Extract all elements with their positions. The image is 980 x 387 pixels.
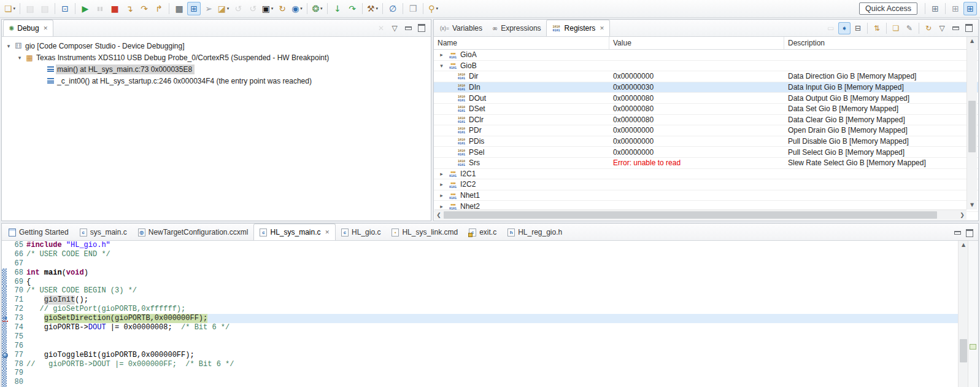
- tree-expander-icon[interactable]: ▸: [438, 203, 446, 209]
- column-header-name[interactable]: Name: [434, 37, 609, 49]
- load-program-button[interactable]: ◪▾: [217, 2, 230, 15]
- open-perspective-button[interactable]: ⊞: [928, 2, 942, 15]
- target-pointer-button[interactable]: ➢: [202, 2, 215, 15]
- view-disassembly-button[interactable]: ▦: [172, 2, 186, 15]
- code-line-70[interactable]: 70/* USER CODE BEGIN (3) */: [2, 286, 978, 295]
- code-line-73[interactable]: 73 gioSetDirection(gioPORTB,0x000000FF);…: [2, 314, 978, 323]
- tree-expander-icon[interactable]: ▾: [15, 55, 24, 61]
- minimize-button[interactable]: [949, 22, 962, 34]
- show-view-button[interactable]: ❒: [406, 2, 420, 15]
- build-button[interactable]: ⚒▾: [366, 2, 379, 15]
- step-into-button[interactable]: ↴: [123, 2, 136, 15]
- code-line-67[interactable]: 67: [2, 259, 978, 268]
- tab-registers[interactable]: 10100101Registers✕: [546, 20, 610, 36]
- new-register-group-button[interactable]: ❏: [890, 22, 902, 34]
- register-row[interactable]: 10100101PSel0x00000000Pull Select Gio B …: [434, 147, 978, 158]
- editor-tab-sys-main-c[interactable]: csys_main.c: [74, 224, 133, 240]
- close-icon[interactable]: ✕: [325, 229, 330, 235]
- connect-target-button[interactable]: ⊞: [187, 2, 201, 15]
- debug-tree-row[interactable]: _c_int00() at HL_sys_startup.c:246 0x000…: [2, 75, 431, 87]
- scrollbar-thumb[interactable]: [968, 101, 976, 152]
- editor-overview-ruler[interactable]: [968, 241, 978, 387]
- registers-vertical-scrollbar[interactable]: ▲ ▼: [966, 37, 977, 209]
- debug-launch-button[interactable]: ⊡: [58, 2, 72, 15]
- dropdown-arrow-icon[interactable]: ▾: [376, 7, 379, 11]
- code-line-76[interactable]: 76: [2, 342, 978, 351]
- refresh-button[interactable]: ↻: [922, 22, 935, 34]
- ccs-edit-perspective-button[interactable]: ⊞: [949, 2, 962, 15]
- tree-expander-icon[interactable]: ▸: [438, 52, 446, 58]
- new-button[interactable]: ❏▾: [3, 2, 17, 15]
- step-return-button[interactable]: ↱: [152, 2, 166, 15]
- tree-expander-icon[interactable]: ▾: [438, 63, 446, 69]
- register-row[interactable]: ▸▪▪▪0101Nhet1: [434, 190, 978, 201]
- maximize-button[interactable]: [415, 22, 428, 34]
- register-row[interactable]: 10100101PDis0x00000000Pull Disable Gio B…: [434, 136, 978, 147]
- breakpoint-icon[interactable]: [2, 353, 8, 358]
- tree-mode-button[interactable]: ➧: [838, 22, 851, 34]
- scroll-left-arrow-icon[interactable]: ❮: [434, 210, 443, 220]
- scroll-up-arrow-icon[interactable]: ▲: [959, 241, 968, 249]
- code-line-65[interactable]: 65#include "HL_gio.h": [2, 241, 978, 250]
- code-line-75[interactable]: 75: [2, 332, 978, 342]
- debug-tree-row[interactable]: ▾▦Texas Instruments XDS110 USB Debug Pro…: [2, 52, 431, 63]
- close-icon[interactable]: ✕: [600, 25, 604, 31]
- inspect-button[interactable]: ∅: [386, 2, 399, 15]
- view-menu-button[interactable]: ▽: [388, 22, 401, 34]
- terminate-button[interactable]: ■: [108, 2, 122, 15]
- maximize-button[interactable]: [963, 22, 975, 34]
- breakpoints-button[interactable]: ❂▾: [311, 2, 324, 15]
- column-header-description[interactable]: Description: [784, 37, 978, 49]
- register-row[interactable]: 10100101DSet0x00000080Data Set Gio B [Me…: [434, 104, 978, 115]
- minimize-button[interactable]: [402, 22, 414, 34]
- register-row[interactable]: 10100101DOut0x00000080Data Output Gio B …: [434, 93, 978, 104]
- register-row[interactable]: 10100101PDr0x00000000Open Drain Gio B [M…: [434, 125, 978, 136]
- column-header-value[interactable]: Value: [609, 37, 784, 49]
- ccs-debug-perspective-button[interactable]: ⊞: [963, 2, 977, 15]
- assembly-step-into-button[interactable]: ↓: [331, 2, 344, 15]
- dropdown-arrow-icon[interactable]: ▾: [300, 7, 303, 11]
- step-over-button[interactable]: ↷: [137, 2, 151, 15]
- quick-access-box[interactable]: Quick Access: [859, 2, 917, 15]
- flash-device-button[interactable]: ▣▾: [261, 2, 274, 15]
- code-line-77[interactable]: 77 gioToggleBit(gioPORTB,0x000000FF);: [2, 351, 978, 360]
- dropdown-arrow-icon[interactable]: ▾: [227, 7, 230, 11]
- editor-tab-hl-gio-c[interactable]: cHL_gio.c: [336, 224, 386, 240]
- search-button[interactable]: ⚲▾: [426, 2, 440, 15]
- code-line-74[interactable]: 74 gioPORTB->DOUT |= 0x00000008; /* Bit …: [2, 323, 978, 332]
- editor-tab-newtargetconfiguration-ccxml[interactable]: ◎NewTargetConfiguration.ccxml: [133, 224, 254, 240]
- editor-tab-getting-started[interactable]: Getting Started: [3, 224, 74, 240]
- code-line-79[interactable]: 79: [2, 369, 978, 378]
- tab-debug[interactable]: ✺ Debug ✕: [3, 20, 53, 36]
- register-row[interactable]: 10100101DClr0x00000080Data Clear Gio B […: [434, 115, 978, 126]
- resume-button[interactable]: ▶: [79, 2, 92, 15]
- editor-vertical-scrollbar[interactable]: ▲: [958, 241, 968, 387]
- maximize-button[interactable]: [964, 228, 975, 238]
- tree-expander-icon[interactable]: ▾: [4, 43, 13, 49]
- scrollbar-thumb[interactable]: [960, 339, 967, 362]
- registers-horizontal-scrollbar[interactable]: ❮ ❯: [434, 209, 966, 220]
- register-row[interactable]: ▸▪▪▪0101I2C1: [434, 169, 978, 180]
- code-line-68[interactable]: 68int main(void): [2, 268, 978, 278]
- assembly-step-over-button[interactable]: ↷: [345, 2, 359, 15]
- reset-cpu-button[interactable]: ↻: [276, 2, 289, 15]
- debug-tree-row[interactable]: main() at HL_sys_main.c:73 0x000035E8: [2, 63, 431, 75]
- scroll-right-arrow-icon[interactable]: ❯: [958, 210, 966, 220]
- dropdown-arrow-icon[interactable]: ▾: [271, 7, 274, 11]
- dropdown-arrow-icon[interactable]: ▾: [436, 7, 438, 11]
- close-icon[interactable]: ✕: [44, 25, 48, 31]
- register-row[interactable]: 10100101DIn0x00000030Data Input Gio B [M…: [434, 82, 978, 93]
- tab-expressions[interactable]: ∞Expressions: [487, 20, 546, 36]
- scrollbar-thumb[interactable]: [444, 211, 937, 219]
- tree-expander-icon[interactable]: ▸: [438, 171, 446, 177]
- dropdown-arrow-icon[interactable]: ▾: [14, 7, 16, 11]
- register-row[interactable]: 10100101Dir0x00000000Data Direction Gio …: [434, 71, 978, 82]
- minimize-button[interactable]: [952, 228, 963, 238]
- scroll-down-arrow-icon[interactable]: ▼: [967, 201, 977, 209]
- code-line-66[interactable]: 66/* USER CODE END */: [2, 250, 978, 259]
- editor-tab-hl-sys-main-c[interactable]: cHL_sys_main.c✕: [253, 224, 336, 240]
- editor-tab-exit-c[interactable]: cexit.c: [463, 224, 502, 240]
- code-editor[interactable]: 65#include "HL_gio.h"66/* USER CODE END …: [2, 241, 978, 387]
- editor-tab-hl-reg-gio-h[interactable]: hHL_reg_gio.h: [502, 224, 568, 240]
- code-line-69[interactable]: 69{: [2, 278, 978, 287]
